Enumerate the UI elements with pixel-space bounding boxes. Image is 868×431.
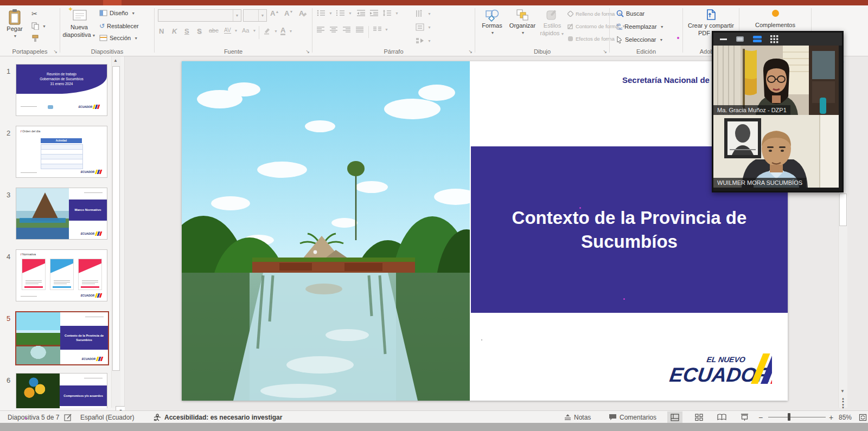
participant-video-1[interactable]: Ma. Gracia Muñoz - DZP1 — [713, 46, 839, 115]
numbering-button[interactable]: ▼ — [336, 10, 352, 16]
decrease-indent-button[interactable] — [357, 10, 366, 16]
align-right-button[interactable] — [343, 26, 351, 33]
speaker-view-icon[interactable] — [736, 36, 744, 42]
strikethrough-button[interactable]: abc — [209, 27, 219, 34]
cut-button[interactable]: ✂ — [31, 10, 37, 18]
zoom-in-button[interactable]: + — [829, 411, 833, 423]
font-size-combobox[interactable]: ▼ — [243, 9, 267, 22]
slide-indicator[interactable]: Diapositiva 5 de 7 — [8, 411, 59, 423]
logo-top-text: EL NUEVO — [706, 355, 746, 364]
thumb2-table-header: Actividad — [41, 138, 82, 143]
normal-view-button[interactable] — [667, 411, 682, 423]
find-button[interactable]: Buscar — [616, 10, 644, 17]
display-settings-button[interactable] — [64, 411, 72, 423]
justify-button[interactable] — [356, 26, 364, 33]
thumbnail-scroll-up-icon[interactable]: ▲ — [112, 57, 119, 64]
copy-icon — [31, 22, 39, 30]
slide-thumbnail-4[interactable]: / Normativa ECUADOR — [16, 249, 107, 301]
thumb2-header: Orden del día — [22, 130, 40, 133]
new-slide-label-2: diapositiva — [63, 31, 91, 38]
window-titlebar — [0, 0, 868, 5]
status-bar: Diapositiva 5 de 7 Español (Ecuador) Acc… — [0, 410, 868, 423]
scrollbar-thumb[interactable] — [839, 194, 847, 226]
new-slide-label-1: Nueva — [71, 23, 88, 31]
slide-sorter-view-button[interactable] — [691, 411, 706, 423]
dialog-launcher-icon[interactable]: ↘ — [468, 49, 473, 54]
new-slide-button[interactable]: ✦ Nueva diapositiva▼ — [63, 9, 95, 48]
accessibility-button[interactable]: Accesibilidad: es necesario investigar — [153, 411, 282, 423]
increase-font-button[interactable]: A▲ — [270, 9, 279, 17]
decrease-font-button[interactable]: A▼ — [284, 9, 293, 17]
columns-button[interactable]: ▼ — [373, 26, 388, 33]
thumbnail-scrollbar-thumb[interactable] — [112, 66, 120, 371]
italic-button[interactable]: K — [172, 27, 177, 35]
language-indicator[interactable]: Español (Ecuador) — [80, 411, 134, 423]
character-spacing-button[interactable]: AV▼ — [224, 27, 238, 34]
underline-button[interactable]: S — [184, 27, 189, 35]
notes-toggle[interactable]: Notas — [564, 411, 591, 423]
shapes-button[interactable]: Formas ▼ — [478, 9, 506, 48]
previous-slide-button[interactable]: ▲▲ — [839, 397, 847, 403]
bold-button[interactable]: N — [159, 27, 164, 35]
chevron-down-icon[interactable]: ▼ — [233, 10, 241, 21]
align-text-button[interactable]: ▼ — [416, 23, 431, 31]
mini-ecuador-logo: ECUADOR — [81, 293, 101, 298]
reading-view-button[interactable] — [714, 411, 729, 423]
align-left-icon — [317, 26, 325, 33]
chevron-down-icon: ▼ — [42, 24, 46, 28]
reset-button[interactable]: ↺ Restablecer — [99, 22, 139, 30]
dialog-launcher-icon[interactable]: ↘ — [603, 49, 607, 54]
comments-toggle[interactable]: Comentarios — [609, 411, 656, 423]
slide-editing-area[interactable]: Secretaría Nacional de Contexto de la Pr… — [182, 61, 788, 401]
increase-indent-button[interactable] — [370, 10, 379, 16]
shadow-button[interactable]: S — [197, 27, 202, 35]
copy-button[interactable]: ▼ — [31, 22, 46, 30]
slide-thumbnail-1[interactable]: Reunión de trabajo Gobernación de Sucumb… — [16, 64, 107, 116]
format-painter-button[interactable] — [31, 35, 39, 42]
slide-thumbnail-5-selected[interactable]: Contexto de la Provincia de Sucumbíos EC… — [15, 311, 109, 365]
minimize-icon[interactable] — [720, 38, 727, 40]
font-color-button[interactable]: A▼ — [280, 27, 292, 35]
font-name-combobox[interactable]: ▼ — [158, 9, 241, 22]
normal-view-icon — [671, 414, 679, 421]
slideshow-view-button[interactable] — [737, 411, 752, 423]
convert-smartart-button[interactable]: ▼ — [416, 37, 431, 44]
ribbon-group-slides: ✦ Nueva diapositiva▼ Diseño▼ ↺ Restablec… — [60, 5, 154, 56]
replace-button[interactable]: ab⤷ac Reemplazar▼ — [616, 23, 664, 30]
grid-view-icon[interactable] — [770, 35, 778, 43]
next-slide-button[interactable]: ▼▼ — [839, 404, 847, 409]
align-left-button[interactable] — [317, 26, 325, 33]
design-button[interactable]: Diseño▼ — [99, 10, 135, 16]
zoom-slider-track[interactable] — [768, 417, 826, 417]
zoom-out-button[interactable]: − — [758, 411, 763, 423]
select-button[interactable]: Seleccionar▼ — [616, 36, 663, 43]
slide-number-6: 6 — [7, 376, 10, 384]
scroll-down-icon[interactable]: ▼ — [839, 388, 846, 395]
paste-button[interactable]: Pegar ▼ — [2, 9, 27, 48]
dialog-launcher-icon[interactable]: ↘ — [305, 49, 310, 54]
section-button[interactable]: Sección▼ — [99, 35, 138, 41]
change-case-button[interactable]: Aa▼ — [242, 27, 256, 34]
clear-format-button[interactable]: A — [299, 9, 307, 17]
video-call-overlay[interactable]: Ma. Gracia Muñoz - DZP1 — [712, 31, 844, 192]
gallery-view-icon[interactable] — [753, 35, 762, 43]
slide-thumbnail-6[interactable]: Compromisos y/o acuerdos — [16, 373, 107, 408]
line-spacing-button[interactable]: ▼ — [383, 10, 399, 16]
text-highlight-button[interactable]: ▼ — [263, 27, 278, 35]
arrange-button[interactable]: Organizar ▼ — [507, 9, 538, 48]
search-icon — [616, 10, 624, 17]
participant-video-2[interactable]: WUILMER MORA SUCUMBÍOS — [713, 115, 839, 188]
align-center-button[interactable] — [330, 26, 338, 33]
chevron-down-icon[interactable]: ▼ — [258, 10, 266, 21]
dialog-launcher-icon[interactable]: ↘ — [53, 49, 58, 54]
slide-thumbnail-2[interactable]: / Orden del día Actividad ECUADOR — [16, 126, 107, 178]
bullets-button[interactable]: ▼ — [317, 10, 333, 16]
text-direction-button[interactable]: ▼ — [416, 10, 431, 17]
quick-styles-button[interactable]: Estilos rápidos▼ — [539, 9, 565, 48]
slash-mark: / — [21, 253, 22, 256]
adobe-button-label-1: Crear y compartir — [688, 22, 734, 29]
slide-thumbnail-3[interactable]: Marco Normativo ECUADOR — [16, 188, 107, 240]
zoom-level[interactable]: 85% — [839, 411, 852, 423]
fit-to-window-button[interactable] — [855, 411, 868, 423]
zoom-slider-thumb[interactable] — [788, 413, 790, 421]
